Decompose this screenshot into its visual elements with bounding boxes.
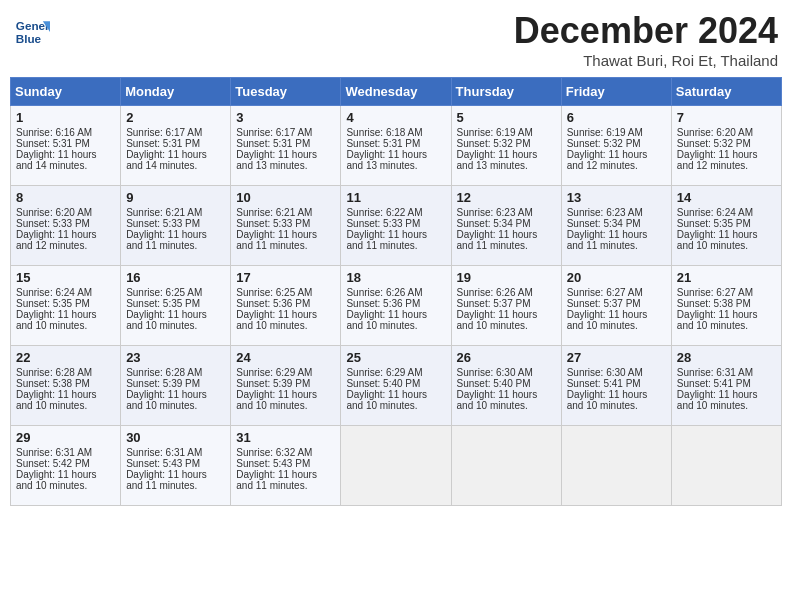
day-number: 13 xyxy=(567,190,666,205)
calendar-day-header: Monday xyxy=(121,78,231,106)
day-number: 1 xyxy=(16,110,115,125)
sunset-text: Sunset: 5:33 PM xyxy=(16,218,90,229)
sunrise-text: Sunrise: 6:23 AM xyxy=(457,207,533,218)
daylight-text: Daylight: 11 hours and 10 minutes. xyxy=(16,469,97,491)
daylight-text: Daylight: 11 hours and 10 minutes. xyxy=(126,309,207,331)
calendar-cell: 23 Sunrise: 6:28 AM Sunset: 5:39 PM Dayl… xyxy=(121,346,231,426)
calendar-day-header: Thursday xyxy=(451,78,561,106)
calendar-body: 1 Sunrise: 6:16 AM Sunset: 5:31 PM Dayli… xyxy=(11,106,782,506)
calendar-cell: 27 Sunrise: 6:30 AM Sunset: 5:41 PM Dayl… xyxy=(561,346,671,426)
sunset-text: Sunset: 5:35 PM xyxy=(126,298,200,309)
sunset-text: Sunset: 5:37 PM xyxy=(457,298,531,309)
day-number: 27 xyxy=(567,350,666,365)
daylight-text: Daylight: 11 hours and 10 minutes. xyxy=(567,309,648,331)
day-number: 2 xyxy=(126,110,225,125)
sunset-text: Sunset: 5:37 PM xyxy=(567,298,641,309)
calendar-week-row: 15 Sunrise: 6:24 AM Sunset: 5:35 PM Dayl… xyxy=(11,266,782,346)
calendar-cell: 2 Sunrise: 6:17 AM Sunset: 5:31 PM Dayli… xyxy=(121,106,231,186)
sunrise-text: Sunrise: 6:17 AM xyxy=(236,127,312,138)
sunrise-text: Sunrise: 6:28 AM xyxy=(16,367,92,378)
sunset-text: Sunset: 5:43 PM xyxy=(126,458,200,469)
sunrise-text: Sunrise: 6:28 AM xyxy=(126,367,202,378)
day-number: 12 xyxy=(457,190,556,205)
daylight-text: Daylight: 11 hours and 10 minutes. xyxy=(457,389,538,411)
calendar-cell: 8 Sunrise: 6:20 AM Sunset: 5:33 PM Dayli… xyxy=(11,186,121,266)
daylight-text: Daylight: 11 hours and 10 minutes. xyxy=(236,389,317,411)
daylight-text: Daylight: 11 hours and 12 minutes. xyxy=(677,149,758,171)
sunrise-text: Sunrise: 6:24 AM xyxy=(16,287,92,298)
sunrise-text: Sunrise: 6:30 AM xyxy=(457,367,533,378)
daylight-text: Daylight: 11 hours and 10 minutes. xyxy=(677,389,758,411)
calendar-cell: 16 Sunrise: 6:25 AM Sunset: 5:35 PM Dayl… xyxy=(121,266,231,346)
day-number: 19 xyxy=(457,270,556,285)
day-number: 26 xyxy=(457,350,556,365)
calendar-cell: 19 Sunrise: 6:26 AM Sunset: 5:37 PM Dayl… xyxy=(451,266,561,346)
sunrise-text: Sunrise: 6:25 AM xyxy=(126,287,202,298)
sunset-text: Sunset: 5:43 PM xyxy=(236,458,310,469)
sunrise-text: Sunrise: 6:27 AM xyxy=(677,287,753,298)
sunset-text: Sunset: 5:31 PM xyxy=(16,138,90,149)
day-number: 30 xyxy=(126,430,225,445)
sunrise-text: Sunrise: 6:26 AM xyxy=(346,287,422,298)
sunrise-text: Sunrise: 6:22 AM xyxy=(346,207,422,218)
sunset-text: Sunset: 5:35 PM xyxy=(16,298,90,309)
day-number: 18 xyxy=(346,270,445,285)
daylight-text: Daylight: 11 hours and 10 minutes. xyxy=(16,389,97,411)
sunrise-text: Sunrise: 6:20 AM xyxy=(16,207,92,218)
sunrise-text: Sunrise: 6:19 AM xyxy=(567,127,643,138)
sunrise-text: Sunrise: 6:21 AM xyxy=(236,207,312,218)
sunrise-text: Sunrise: 6:30 AM xyxy=(567,367,643,378)
day-number: 16 xyxy=(126,270,225,285)
sunset-text: Sunset: 5:33 PM xyxy=(346,218,420,229)
sunset-text: Sunset: 5:36 PM xyxy=(236,298,310,309)
sunrise-text: Sunrise: 6:18 AM xyxy=(346,127,422,138)
calendar-cell: 6 Sunrise: 6:19 AM Sunset: 5:32 PM Dayli… xyxy=(561,106,671,186)
title-area: December 2024 Thawat Buri, Roi Et, Thail… xyxy=(514,10,778,69)
day-number: 22 xyxy=(16,350,115,365)
sunrise-text: Sunrise: 6:27 AM xyxy=(567,287,643,298)
day-number: 23 xyxy=(126,350,225,365)
location-subtitle: Thawat Buri, Roi Et, Thailand xyxy=(514,52,778,69)
calendar-week-row: 8 Sunrise: 6:20 AM Sunset: 5:33 PM Dayli… xyxy=(11,186,782,266)
day-number: 5 xyxy=(457,110,556,125)
calendar-cell: 4 Sunrise: 6:18 AM Sunset: 5:31 PM Dayli… xyxy=(341,106,451,186)
sunset-text: Sunset: 5:40 PM xyxy=(457,378,531,389)
daylight-text: Daylight: 11 hours and 13 minutes. xyxy=(346,149,427,171)
calendar-cell: 22 Sunrise: 6:28 AM Sunset: 5:38 PM Dayl… xyxy=(11,346,121,426)
daylight-text: Daylight: 11 hours and 10 minutes. xyxy=(236,309,317,331)
sunset-text: Sunset: 5:42 PM xyxy=(16,458,90,469)
calendar-day-header: Tuesday xyxy=(231,78,341,106)
calendar-week-row: 29 Sunrise: 6:31 AM Sunset: 5:42 PM Dayl… xyxy=(11,426,782,506)
daylight-text: Daylight: 11 hours and 11 minutes. xyxy=(126,229,207,251)
calendar-cell: 15 Sunrise: 6:24 AM Sunset: 5:35 PM Dayl… xyxy=(11,266,121,346)
daylight-text: Daylight: 11 hours and 11 minutes. xyxy=(236,469,317,491)
sunset-text: Sunset: 5:33 PM xyxy=(126,218,200,229)
sunrise-text: Sunrise: 6:17 AM xyxy=(126,127,202,138)
day-number: 24 xyxy=(236,350,335,365)
daylight-text: Daylight: 11 hours and 10 minutes. xyxy=(346,389,427,411)
daylight-text: Daylight: 11 hours and 12 minutes. xyxy=(567,149,648,171)
calendar-header-row: SundayMondayTuesdayWednesdayThursdayFrid… xyxy=(11,78,782,106)
sunset-text: Sunset: 5:39 PM xyxy=(126,378,200,389)
page-header: General Blue December 2024 Thawat Buri, … xyxy=(10,10,782,69)
sunrise-text: Sunrise: 6:19 AM xyxy=(457,127,533,138)
sunrise-text: Sunrise: 6:24 AM xyxy=(677,207,753,218)
day-number: 6 xyxy=(567,110,666,125)
daylight-text: Daylight: 11 hours and 11 minutes. xyxy=(567,229,648,251)
calendar-cell: 7 Sunrise: 6:20 AM Sunset: 5:32 PM Dayli… xyxy=(671,106,781,186)
calendar-cell: 31 Sunrise: 6:32 AM Sunset: 5:43 PM Dayl… xyxy=(231,426,341,506)
sunset-text: Sunset: 5:31 PM xyxy=(126,138,200,149)
day-number: 15 xyxy=(16,270,115,285)
calendar-cell: 30 Sunrise: 6:31 AM Sunset: 5:43 PM Dayl… xyxy=(121,426,231,506)
sunset-text: Sunset: 5:32 PM xyxy=(457,138,531,149)
calendar-cell: 17 Sunrise: 6:25 AM Sunset: 5:36 PM Dayl… xyxy=(231,266,341,346)
calendar-day-header: Friday xyxy=(561,78,671,106)
day-number: 25 xyxy=(346,350,445,365)
sunrise-text: Sunrise: 6:23 AM xyxy=(567,207,643,218)
calendar-cell: 12 Sunrise: 6:23 AM Sunset: 5:34 PM Dayl… xyxy=(451,186,561,266)
sunrise-text: Sunrise: 6:29 AM xyxy=(346,367,422,378)
calendar-cell: 21 Sunrise: 6:27 AM Sunset: 5:38 PM Dayl… xyxy=(671,266,781,346)
day-number: 17 xyxy=(236,270,335,285)
sunset-text: Sunset: 5:32 PM xyxy=(567,138,641,149)
calendar-cell xyxy=(341,426,451,506)
